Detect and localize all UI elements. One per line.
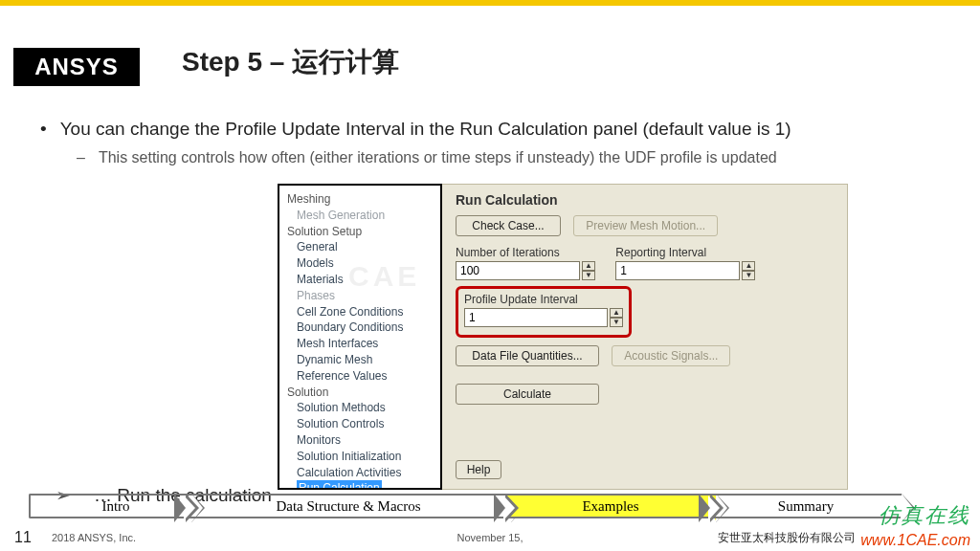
spinner-down-icon[interactable]: ▼ <box>610 318 623 327</box>
reporting-interval-label: Reporting Interval <box>615 246 755 259</box>
tree-item-controls[interactable]: Solution Controls <box>279 416 440 432</box>
spinner-down-icon[interactable]: ▼ <box>582 271 595 280</box>
outline-tree: Meshing Mesh Generation Solution Setup G… <box>278 184 442 490</box>
slide-body: ANSYS Step 5 – 运行计算 You can change the P… <box>0 10 980 494</box>
nav-data-label: Data Structure & Macros <box>258 498 437 515</box>
preview-mesh-motion-button: Preview Mesh Motion... <box>573 215 718 236</box>
tree-heading-meshing: Meshing <box>279 191 440 208</box>
slide-footer: 11 2018 ANSYS, Inc. November 15, 安世亚太科技股… <box>0 526 980 549</box>
watermark-url: www.1CAE.com <box>860 532 970 549</box>
tree-heading-setup: Solution Setup <box>279 224 440 240</box>
run-calculation-panel: Run Calculation Check Case... Preview Me… <box>442 184 848 490</box>
nav-examples[interactable]: Examples <box>505 494 716 518</box>
tree-item-general[interactable]: General <box>279 239 440 255</box>
tree-item-dynmesh[interactable]: Dynamic Mesh <box>279 352 440 368</box>
calculate-button[interactable]: Calculate <box>456 384 599 405</box>
nav-data-structure[interactable]: Data Structure & Macros <box>186 494 511 518</box>
watermark-cn: 仿真在线 <box>879 501 970 530</box>
footer-copyright: 2018 ANSYS, Inc. <box>46 532 136 543</box>
tree-heading-solution: Solution <box>279 385 440 401</box>
nav-summary-label: Summary <box>761 498 851 515</box>
spinner-up-icon[interactable]: ▲ <box>610 308 623 318</box>
tree-item-runcalc-selected[interactable]: Run Calculation <box>297 480 382 490</box>
spinner-up-icon[interactable]: ▲ <box>582 261 595 271</box>
footer-date: November 15, <box>457 532 523 543</box>
tree-item-boundary[interactable]: Boundary Conditions <box>279 320 440 336</box>
tree-item-monitors[interactable]: Monitors <box>279 432 440 449</box>
profile-update-highlight: Profile Update Interval ▲ ▼ <box>456 286 632 338</box>
footer-company-cn: 安世亚太科技股份有限公司 <box>718 530 856 546</box>
nav-summary[interactable]: Summary <box>710 494 902 518</box>
tree-item-methods[interactable]: Solution Methods <box>279 400 440 416</box>
num-iterations-label: Number of Iterations <box>456 246 595 259</box>
bullet-sub: This setting controls how often (either … <box>77 149 777 166</box>
fluent-screenshot: Meshing Mesh Generation Solution Setup G… <box>278 184 848 490</box>
spinner-down-icon[interactable]: ▼ <box>742 271 755 280</box>
nav-intro-label: Intro <box>84 498 146 515</box>
tree-item-phases[interactable]: Phases <box>279 288 440 304</box>
tree-item-refvals[interactable]: Reference Values <box>279 368 440 385</box>
page-number: 11 <box>0 529 46 546</box>
nav-intro[interactable]: Intro <box>29 494 191 518</box>
tree-item-models[interactable]: Models <box>279 255 440 272</box>
tree-item-meshif[interactable]: Mesh Interfaces <box>279 336 440 352</box>
page-title: Step 5 – 运行计算 <box>182 44 399 80</box>
tree-item-calcact[interactable]: Calculation Activities <box>279 465 440 481</box>
check-case-button[interactable]: Check Case... <box>456 215 561 236</box>
bullet-main: You can change the Profile Update Interv… <box>40 119 791 140</box>
profile-update-input[interactable] <box>464 308 608 327</box>
nav-chevrons: Intro Data Structure & Macros Examples S… <box>29 494 951 518</box>
tree-item-materials[interactable]: Materials <box>279 272 440 288</box>
data-file-quantities-button[interactable]: Data File Quantities... <box>456 345 599 366</box>
ansys-logo: ANSYS <box>13 48 140 86</box>
help-button[interactable]: Help <box>456 460 501 479</box>
profile-update-label: Profile Update Interval <box>464 293 623 306</box>
spinner-up-icon[interactable]: ▲ <box>742 261 755 271</box>
tree-item-init[interactable]: Solution Initialization <box>279 449 440 465</box>
reporting-interval-input[interactable] <box>615 261 740 280</box>
nav-examples-label: Examples <box>565 498 656 515</box>
tree-item-cellzone[interactable]: Cell Zone Conditions <box>279 304 440 320</box>
num-iterations-input[interactable] <box>456 261 580 280</box>
panel-title: Run Calculation <box>456 192 834 208</box>
tree-item-meshgen[interactable]: Mesh Generation <box>279 208 440 224</box>
acoustic-signals-button: Acoustic Signals... <box>612 345 730 366</box>
